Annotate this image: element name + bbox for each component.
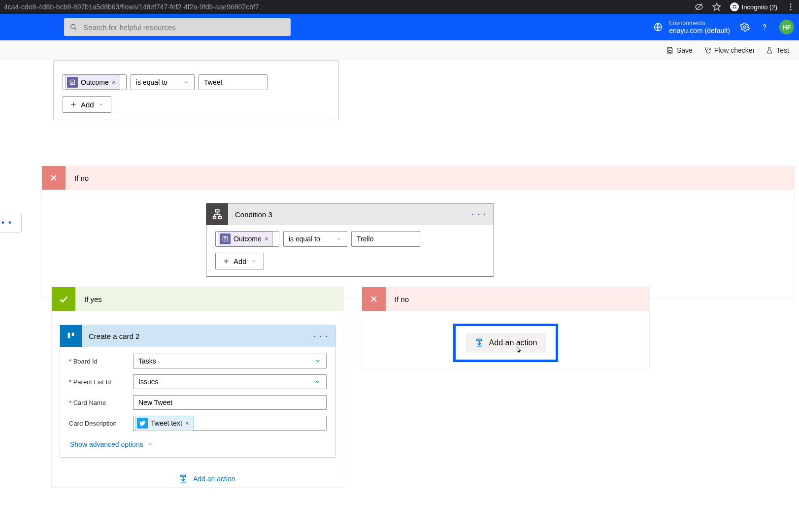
forms-token-icon [220,233,231,244]
flow-checker-button[interactable]: Flow checker [703,46,755,54]
branch-label: If yes [75,295,102,303]
check-icon [52,287,75,311]
add-action-highlighted[interactable]: Add an action [453,324,559,362]
chevron-down-icon [147,441,153,447]
card-name-input[interactable]: New Tweet [133,395,327,410]
svg-point-14 [709,48,711,50]
card-description-input[interactable]: Tweet text × [133,416,327,431]
cross-icon [42,166,66,190]
token-remove-icon[interactable]: × [185,419,189,427]
env-label: Environments [669,20,730,27]
card-menu-button[interactable]: · · · [313,332,329,340]
card-name-label: * Card Name [69,399,133,406]
add-action-button[interactable]: Add an action [178,474,235,484]
chevron-down-icon [336,236,342,242]
avatar[interactable]: HF [779,20,794,34]
svg-rect-26 [219,217,222,219]
add-action-icon [474,338,484,348]
condition-operator[interactable]: is equal to [283,231,347,247]
stethoscope-icon [703,46,711,54]
trello-icon [60,325,82,347]
chevron-down-icon [314,358,321,365]
svg-point-3 [734,7,736,9]
condition3-title: Condition 3 [228,210,272,219]
plus-icon [70,101,77,108]
branch-label: If no [66,174,89,182]
condition3-ifno-branch: If no Add an action [362,287,650,369]
board-id-select[interactable]: Tasks [133,354,327,368]
token-remove-icon[interactable]: × [265,235,268,243]
svg-rect-32 [72,333,74,336]
forms-token-icon [67,77,78,88]
search-input[interactable] [82,23,285,32]
help-icon [760,22,769,32]
browser-chrome: 4ca4-cde8-4d8b-bcb8-897b1a5d8b63/flows/1… [0,0,799,14]
svg-rect-38 [477,339,482,341]
card-description-label: Card Description [69,420,133,427]
chevron-down-icon [251,258,257,264]
incognito-badge[interactable]: Incognito (2) [730,2,777,11]
environment-picker[interactable]: Environments enayu.com (default) [653,20,730,34]
test-button[interactable]: Test [766,46,789,54]
svg-rect-33 [181,475,186,477]
svg-rect-31 [68,333,70,338]
add-condition-button[interactable]: Add [215,253,264,269]
branch-label: If no [386,295,409,303]
token-remove-icon[interactable]: × [112,78,116,86]
chevron-down-icon [98,101,104,107]
svg-rect-12 [668,47,671,49]
board-id-label: * Board Id [69,358,133,365]
condition-right[interactable]: Tweet [199,74,267,90]
chevron-down-icon [183,79,189,85]
card-menu-button[interactable]: · · · [471,210,487,219]
svg-point-5 [790,6,792,8]
create-card-action[interactable]: Create a card 2 · · · * Board Id Tasks *… [60,325,336,458]
add-condition-button[interactable]: Add [63,96,111,113]
save-icon [666,46,674,54]
condition3-ifyes-branch: If yes Create a card 2 · · · * Board Id … [51,287,344,488]
plus-icon [223,258,230,265]
save-button[interactable]: Save [666,46,693,54]
svg-line-8 [74,28,76,30]
parent-list-select[interactable]: Issues [133,374,327,389]
show-advanced-link[interactable]: Show advanced options [60,433,163,457]
action-title: Create a card 2 [82,332,139,340]
search-icon [70,23,77,31]
app-header: Environments enayu.com (default) HF [0,14,799,40]
search-box[interactable] [64,18,291,36]
help-button[interactable] [760,22,769,32]
svg-rect-13 [668,50,671,52]
condition-left[interactable]: Outcome × [63,74,127,90]
more-icon[interactable] [786,2,795,11]
address-bar[interactable]: 4ca4-cde8-4d8b-bcb8-897b1a5d8b63/flows/1… [4,3,695,11]
svg-rect-25 [213,217,216,219]
condition-left[interactable]: Outcome × [215,231,279,247]
condition-icon [206,203,228,225]
twitter-token-icon [137,418,148,429]
globe-icon [653,22,663,32]
svg-point-11 [764,29,765,30]
settings-button[interactable] [740,22,750,32]
condition-right[interactable]: Trello [351,231,420,247]
svg-marker-1 [713,3,720,10]
star-icon[interactable] [712,2,721,11]
chevron-down-icon [314,378,321,385]
condition3-card[interactable]: Condition 3 · · · Outcome × is equal to … [206,203,494,277]
flow-canvas[interactable]: • • • Outcome × is equal to Tweet [0,60,799,532]
top-condition-card: Outcome × is equal to Tweet Add [53,60,339,120]
collapsed-action-stub[interactable]: • • • [0,213,22,233]
incognito-label: Incognito (2) [742,3,777,11]
token-label: Outcome [81,78,109,86]
designer-toolbar: Save Flow checker Test [0,40,799,60]
svg-point-2 [732,7,734,9]
svg-point-7 [71,24,75,29]
tracking-icon[interactable] [695,2,703,11]
chrome-controls: Incognito (2) [695,2,795,11]
svg-rect-30 [67,332,75,340]
cross-icon [362,287,386,311]
svg-point-6 [790,9,792,10]
svg-point-10 [744,26,746,29]
condition-operator[interactable]: is equal to [131,74,195,90]
parent-list-label: * Parent List Id [69,378,133,386]
env-value: enayu.com (default) [669,27,730,34]
